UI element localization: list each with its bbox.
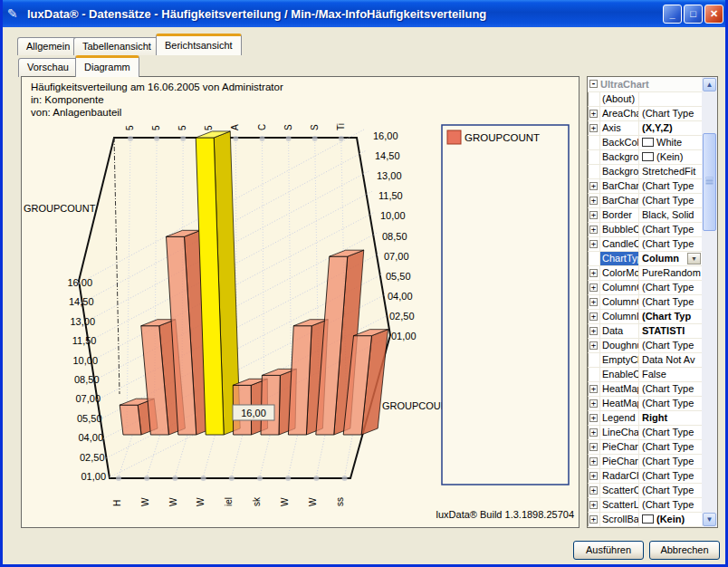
property-value[interactable]: (Chart Type	[639, 281, 702, 294]
property-value[interactable]: (Chart Type	[639, 339, 702, 352]
property-row[interactable]: +LineChar(Chart Type	[588, 426, 702, 440]
property-value[interactable]: STATISTI	[639, 324, 702, 338]
property-name[interactable]: ScrollBar	[600, 513, 639, 526]
expand-icon[interactable]: +	[589, 414, 598, 422]
tab-tabellenansicht[interactable]: Tabellenansicht	[73, 37, 160, 55]
property-name[interactable]: HeatMap	[600, 382, 639, 396]
property-row[interactable]: BackColoWhite	[588, 136, 702, 150]
title-bar[interactable]: ✎ luxData® - Datensätze - Häufigkeitsver…	[0, 0, 728, 27]
expand-icon[interactable]: +	[589, 110, 598, 118]
dropdown-arrow-icon[interactable]: ▼	[687, 253, 701, 264]
expand-icon[interactable]: +	[589, 457, 598, 466]
scroll-up-icon[interactable]: ▲	[703, 78, 716, 91]
property-row[interactable]: ChartTypColumn▼	[588, 252, 702, 266]
property-row[interactable]: Backgrou(Kein)	[588, 150, 702, 165]
property-value[interactable]: Black, Solid	[639, 208, 702, 222]
property-name[interactable]: PieChart3	[600, 455, 639, 468]
grid-scrollbar[interactable]: ▲ ▼	[702, 77, 717, 527]
property-value[interactable]: (Chart Type	[639, 179, 702, 193]
property-name[interactable]: ScatterLi	[600, 498, 639, 512]
property-value[interactable]: Right	[639, 411, 702, 425]
maximize-button[interactable]: □	[684, 5, 703, 24]
collapse-icon[interactable]: -	[589, 80, 598, 88]
expand-icon[interactable]: +	[589, 182, 598, 190]
property-value[interactable]: (Chart Type	[639, 397, 702, 410]
property-name[interactable]: EmptyCh	[600, 353, 639, 367]
expand-icon[interactable]: +	[589, 211, 598, 219]
property-name[interactable]: Axis	[600, 121, 639, 135]
property-value[interactable]: StretchedFit	[639, 165, 702, 178]
property-value[interactable]: (Chart Type	[639, 469, 702, 483]
tab-diagramm[interactable]: Diagramm	[75, 55, 139, 77]
property-row[interactable]: +ScatterLi(Chart Type	[588, 498, 702, 513]
close-button[interactable]: ✕	[704, 5, 723, 24]
expand-icon[interactable]: +	[589, 284, 598, 292]
tab-berichtsansicht[interactable]: Berichtsansicht	[156, 34, 242, 55]
property-value[interactable]: (Chart Type	[639, 237, 702, 251]
expand-icon[interactable]: +	[589, 472, 598, 480]
property-name[interactable]: ColumnC	[600, 295, 639, 309]
property-name[interactable]: Doughnu	[600, 339, 639, 352]
property-name[interactable]: ColumnC	[600, 281, 639, 294]
expand-icon[interactable]: +	[589, 443, 598, 451]
property-row[interactable]: +AreaChar(Chart Type	[588, 107, 702, 121]
property-name[interactable]: ColorMod	[600, 266, 639, 280]
expand-icon[interactable]: +	[589, 298, 598, 306]
minimize-button[interactable]: _	[663, 5, 682, 24]
expand-icon[interactable]: +	[589, 240, 598, 248]
property-row[interactable]: +BarChart3(Chart Type	[588, 194, 702, 208]
property-value[interactable]: Data Not Av	[639, 353, 702, 367]
property-row[interactable]: (About)	[588, 92, 702, 107]
property-name[interactable]: RadarCh	[600, 469, 639, 483]
property-value[interactable]: (Chart Type	[639, 484, 702, 497]
property-row[interactable]: +HeatMap(Chart Type	[588, 397, 702, 411]
property-name[interactable]: BackColo	[600, 136, 639, 149]
expand-icon[interactable]: +	[589, 486, 598, 495]
property-value[interactable]: (Chart Typ	[639, 310, 702, 323]
property-name[interactable]: ColumnLi	[600, 310, 639, 323]
property-value[interactable]: PureRandom	[639, 266, 702, 280]
property-row[interactable]: +CandleCh(Chart Type	[588, 237, 702, 252]
property-name[interactable]: Legend	[600, 411, 639, 425]
property-value[interactable]: White	[639, 136, 702, 149]
property-row[interactable]: +BorderBlack, Solid	[588, 208, 702, 223]
property-value[interactable]: (Chart Type	[639, 223, 702, 236]
property-row[interactable]: +HeatMap(Chart Type	[588, 382, 702, 397]
property-value[interactable]: (Chart Type	[639, 498, 702, 512]
property-value[interactable]: (X,Y,Z)	[639, 121, 702, 135]
expand-icon[interactable]: +	[589, 399, 598, 408]
property-name[interactable]: BubbleCh	[600, 223, 639, 236]
cancel-button[interactable]: Abbrechen	[649, 541, 720, 560]
property-name[interactable]: Data	[600, 324, 639, 338]
property-row[interactable]: +PieChart(Chart Type	[588, 440, 702, 455]
property-value[interactable]: (Chart Type	[639, 440, 702, 454]
tab-allgemein[interactable]: Allgemein	[17, 37, 79, 55]
property-name[interactable]: ScatterC	[600, 484, 639, 497]
property-name[interactable]: BarChart3	[600, 194, 639, 207]
property-value[interactable]: (Chart Type	[639, 382, 702, 396]
property-row[interactable]: +Axis(X,Y,Z)	[588, 121, 702, 136]
property-name[interactable]: Backgrou	[600, 165, 639, 178]
expand-icon[interactable]: +	[589, 385, 598, 393]
property-value[interactable]: (Chart Type	[639, 426, 702, 439]
scrollbar-thumb[interactable]	[703, 133, 716, 231]
property-name[interactable]: ChartTyp	[600, 252, 639, 265]
tab-vorschau[interactable]: Vorschau	[18, 58, 78, 77]
property-grid-header[interactable]: - UltraChart	[588, 77, 702, 92]
property-row[interactable]: EmptyChData Not Av	[588, 353, 702, 368]
property-row[interactable]: +DataSTATISTI	[588, 324, 702, 339]
scroll-down-icon[interactable]: ▼	[703, 513, 716, 526]
expand-icon[interactable]: +	[589, 341, 598, 350]
expand-icon[interactable]: +	[589, 197, 598, 205]
property-row[interactable]: +ScrollBar(Kein)	[588, 513, 702, 527]
property-name[interactable]: CandleCh	[600, 237, 639, 251]
expand-icon[interactable]: +	[589, 226, 598, 234]
expand-icon[interactable]: +	[589, 312, 598, 321]
property-name[interactable]: HeatMap	[600, 397, 639, 410]
property-value[interactable]: (Kein)	[639, 513, 702, 526]
property-value[interactable]: (Chart Type	[639, 295, 702, 309]
property-row[interactable]: +PieChart3(Chart Type	[588, 455, 702, 469]
expand-icon[interactable]: +	[589, 124, 598, 132]
property-name[interactable]: AreaChar	[600, 107, 639, 120]
property-row[interactable]: +Doughnu(Chart Type	[588, 339, 702, 353]
